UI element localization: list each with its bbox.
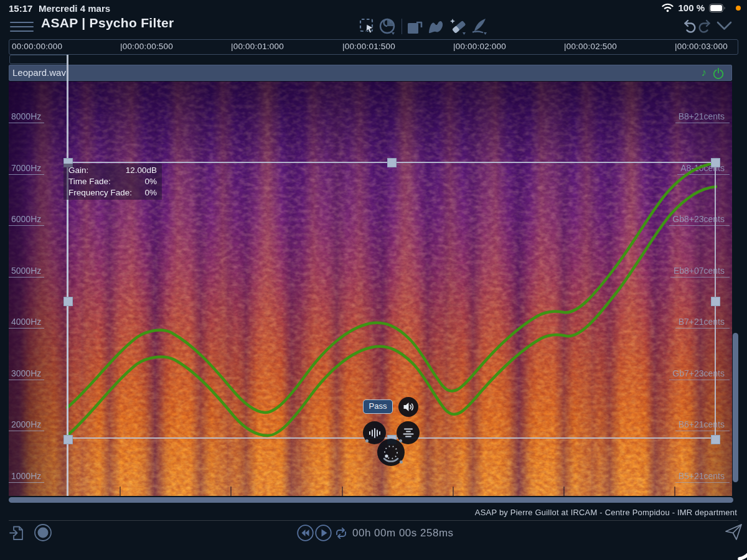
music-note-icon[interactable]: ♪ xyxy=(702,67,707,79)
date: Mercredi 4 mars xyxy=(39,3,110,14)
selection-rectangle[interactable] xyxy=(67,162,716,439)
page-title: ASAP | Psycho Filter xyxy=(41,16,174,30)
tooltip-label: Time Fade: xyxy=(68,176,111,187)
shape-curve-icon[interactable] xyxy=(427,17,446,36)
vertical-scrollbar[interactable] xyxy=(733,333,738,482)
dial-icon xyxy=(380,442,402,463)
tooltip-row: Gain: 12.00dB xyxy=(63,165,162,176)
mode-indicator-dot xyxy=(365,439,369,442)
mode-indicator-dot xyxy=(400,460,403,464)
track-name: Leopard.wav xyxy=(12,67,66,78)
filter-mode-button[interactable] xyxy=(397,421,420,444)
asap-app-window: 15:17 Mercredi 4 mars 100 % ASAP | Psych… xyxy=(0,0,747,560)
shape-square-icon[interactable] xyxy=(406,17,425,36)
timeline-ruler[interactable]: 00:00:00:000 |00:00:00:500 |00:00:01:000… xyxy=(9,39,738,55)
battery-percent: 100 % xyxy=(678,2,705,13)
tooltip-value: 12.00dB xyxy=(126,165,157,176)
pass-mode-button[interactable]: Pass xyxy=(363,399,393,414)
speaker-icon xyxy=(403,401,415,413)
playback-time-display: 00h 00m 00s 258ms xyxy=(352,527,454,539)
selection-handle-bottom-right[interactable] xyxy=(711,435,720,444)
brush-icon[interactable] xyxy=(471,17,489,36)
preview-audio-button[interactable] xyxy=(398,397,418,417)
waveform-icon xyxy=(368,427,381,439)
redo-icon[interactable] xyxy=(697,18,712,34)
rewind-icon[interactable] xyxy=(297,525,314,541)
undo-icon[interactable] xyxy=(682,18,698,34)
tooltip-row: Frequency Fade: 0% xyxy=(63,187,162,198)
recording-indicator-dot xyxy=(736,6,741,11)
tooltip-value: 0% xyxy=(144,187,157,198)
power-icon[interactable] xyxy=(713,68,724,79)
horizontal-scrollbar[interactable] xyxy=(9,497,733,503)
play-icon[interactable] xyxy=(315,525,332,541)
wifi-icon xyxy=(662,3,674,12)
chevron-down-icon[interactable] xyxy=(716,21,733,31)
eraser-icon[interactable] xyxy=(449,17,468,36)
credit-text: ASAP by Pierre Guillot at IRCAM - Centre… xyxy=(475,508,737,517)
selection-handle-bottom-left[interactable] xyxy=(63,435,73,444)
filter-lines-icon xyxy=(402,427,415,439)
ruler-tick: 00:00:00:000 xyxy=(12,42,62,51)
gain-dial-button[interactable] xyxy=(377,439,405,466)
track-header[interactable]: Leopard.wav ♪ xyxy=(9,65,732,81)
selection-info-tooltip: Gain: 12.00dB Time Fade: 0% Frequency Fa… xyxy=(63,164,162,200)
menu-icon[interactable] xyxy=(10,19,34,34)
tooltip-row: Time Fade: 0% xyxy=(63,176,162,187)
import-icon[interactable] xyxy=(9,525,26,541)
tooltip-value: 0% xyxy=(144,176,157,187)
select-region-icon[interactable] xyxy=(359,17,377,36)
ruler-tick: |00:00:02:000 xyxy=(453,42,506,51)
tooltip-label: Gain: xyxy=(68,165,88,176)
selection-handle-right-middle[interactable] xyxy=(711,297,720,306)
selection-handle-top-middle[interactable] xyxy=(387,158,397,167)
tooltip-label: Frequency Fade: xyxy=(68,187,132,198)
send-icon[interactable] xyxy=(725,523,743,541)
loop-range-strip[interactable] xyxy=(9,55,68,64)
status-indicators: 100 % xyxy=(662,2,726,13)
toolbar-divider xyxy=(402,19,402,34)
loop-icon[interactable] xyxy=(334,526,349,541)
footer-divider xyxy=(9,520,738,521)
ruler-tick: |00:00:02:500 xyxy=(564,42,617,51)
ruler-tick: |00:00:01:000 xyxy=(231,42,284,51)
battery-icon xyxy=(709,4,726,12)
ruler-tick: |00:00:01:500 xyxy=(342,42,395,51)
clock: 15:17 xyxy=(9,3,32,14)
corner-gesture-indicator xyxy=(737,540,747,560)
selection-handle-top-right[interactable] xyxy=(711,158,720,167)
spiral-tool-icon[interactable] xyxy=(378,17,397,36)
selection-handle-left-middle[interactable] xyxy=(63,297,73,306)
record-icon[interactable] xyxy=(34,523,52,542)
ruler-tick: |00:00:00:500 xyxy=(120,42,173,51)
ruler-tick: |00:00:03:000 xyxy=(675,42,728,51)
